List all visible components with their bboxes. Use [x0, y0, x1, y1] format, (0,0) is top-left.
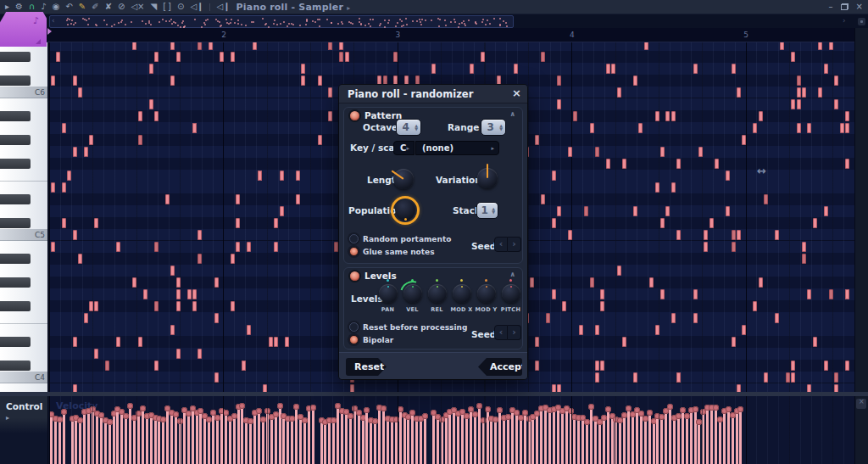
note[interactable] [617, 266, 621, 276]
velocity-stem[interactable] [586, 422, 588, 464]
velocity-stem[interactable] [665, 411, 667, 464]
note[interactable] [541, 194, 545, 204]
velocity-head[interactable] [568, 408, 574, 414]
close-button[interactable]: × [856, 0, 863, 14]
note[interactable] [649, 277, 654, 288]
velocity-stem[interactable] [166, 408, 169, 464]
note[interactable] [176, 52, 181, 62]
note[interactable] [655, 182, 659, 193]
velocity-stem[interactable] [715, 407, 717, 464]
velocity-stem[interactable] [470, 409, 472, 464]
snap-magnet-icon[interactable]: ∩ [29, 0, 35, 14]
select-icon[interactable]: [ ] [163, 0, 171, 14]
piano-key-white[interactable] [0, 122, 48, 134]
levels-section-led[interactable] [350, 271, 359, 281]
note[interactable] [676, 159, 681, 169]
paint-brush-icon[interactable]: ✘ [105, 0, 112, 14]
piano-key-white[interactable]: C5 [0, 229, 48, 241]
note[interactable] [62, 182, 66, 193]
velocity-stem[interactable] [146, 416, 148, 464]
note[interactable] [617, 87, 621, 98]
levels-seed-next-button[interactable]: › [508, 325, 521, 340]
velocity-stem[interactable] [561, 411, 564, 464]
piano-key-white[interactable] [0, 98, 48, 110]
velocity-stem[interactable] [229, 418, 231, 464]
velocity-stem[interactable] [698, 422, 700, 464]
velocity-stem[interactable] [116, 409, 119, 464]
note[interactable] [176, 349, 181, 359]
note[interactable] [753, 301, 757, 311]
note[interactable] [693, 64, 698, 74]
velocity-stem[interactable] [511, 410, 514, 464]
horizontal-scrollbar[interactable]: ‹ › [0, 14, 868, 28]
note[interactable] [737, 230, 741, 240]
knob-pitch[interactable]: PITCH [498, 279, 523, 313]
velocity-stem[interactable] [137, 413, 140, 464]
velocity-stem[interactable] [557, 407, 559, 464]
velocity-head[interactable] [647, 410, 653, 416]
note[interactable] [138, 337, 142, 347]
velocity-stem[interactable] [133, 417, 136, 464]
note[interactable] [606, 64, 610, 74]
undo-icon[interactable]: ↶ [65, 0, 72, 14]
note[interactable] [285, 337, 289, 347]
black-key-cap[interactable] [0, 194, 31, 204]
note[interactable] [732, 64, 736, 74]
velocity-stem[interactable] [686, 416, 688, 464]
note[interactable] [541, 52, 545, 62]
velocity-stem[interactable] [503, 417, 505, 464]
note[interactable] [665, 206, 670, 216]
piano-key-white[interactable] [0, 312, 48, 324]
note[interactable] [149, 64, 153, 74]
velocity-stem[interactable] [212, 412, 214, 464]
reset-button[interactable]: Reset [346, 358, 387, 376]
note[interactable] [301, 75, 305, 86]
velocity-stem[interactable] [660, 416, 663, 464]
note[interactable] [709, 218, 714, 228]
velocity-lane[interactable]: Velocity [49, 396, 854, 464]
note[interactable] [154, 301, 159, 311]
variation-knob[interactable] [477, 168, 498, 188]
note[interactable] [116, 337, 120, 347]
velocity-head[interactable] [680, 407, 686, 413]
note[interactable] [154, 242, 159, 252]
velocity-stem[interactable] [374, 421, 376, 464]
velocity-stem[interactable] [108, 422, 111, 464]
velocity-head[interactable] [726, 406, 732, 412]
velocity-head[interactable] [364, 407, 370, 413]
note[interactable] [154, 111, 159, 121]
velocity-stem[interactable] [710, 407, 713, 464]
velocity-stem[interactable] [420, 418, 422, 464]
note[interactable] [236, 194, 240, 204]
note[interactable] [732, 242, 736, 252]
velocity-stem[interactable] [303, 420, 306, 464]
knob-face[interactable] [453, 284, 471, 303]
velocity-stem[interactable] [520, 417, 522, 464]
note[interactable] [655, 325, 659, 335]
piano-key-black[interactable] [0, 277, 48, 288]
velocity-stem[interactable] [636, 410, 638, 464]
velocity-stem[interactable] [291, 418, 293, 464]
note[interactable] [780, 42, 784, 50]
velocity-stem[interactable] [669, 406, 671, 464]
velocity-stem[interactable] [723, 411, 726, 464]
note[interactable] [829, 289, 833, 299]
piano-key-black[interactable] [0, 253, 48, 265]
note[interactable] [644, 42, 648, 50]
velocity-stem[interactable] [345, 411, 348, 464]
control-lane-close-button[interactable] [856, 399, 866, 409]
note[interactable] [595, 361, 599, 371]
velocity-stem[interactable] [540, 408, 542, 464]
knob-face[interactable] [379, 284, 398, 303]
knob-pan[interactable]: PAN [376, 279, 400, 313]
velocity-stem[interactable] [75, 417, 77, 464]
velocity-stem[interactable] [241, 405, 243, 464]
velocity-stem[interactable] [461, 411, 464, 464]
note[interactable] [824, 64, 828, 74]
velocity-stem[interactable] [387, 418, 389, 464]
velocity-stem[interactable] [644, 418, 647, 464]
note[interactable] [568, 147, 572, 157]
note[interactable] [143, 289, 147, 299]
levels-collapse-icon[interactable]: ∧ [510, 271, 516, 278]
octave-stepper[interactable]: 4 ▲▼ [396, 119, 421, 136]
